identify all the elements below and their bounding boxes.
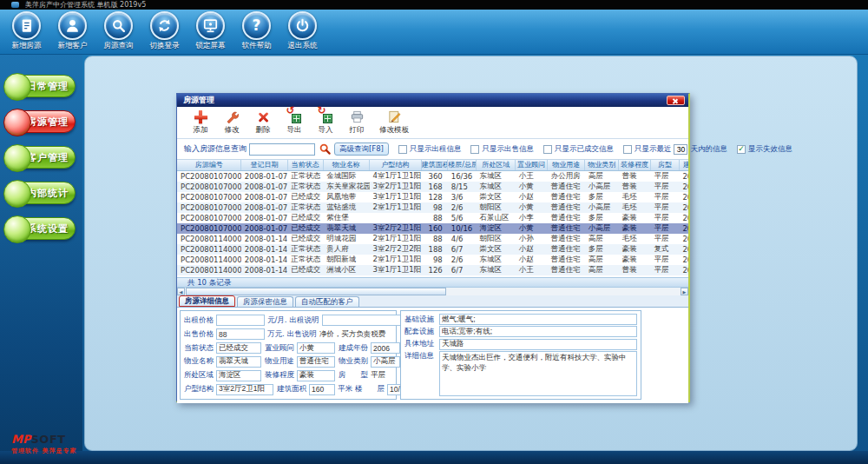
checkbox-show-sale[interactable]: 只显示出售信息	[470, 144, 534, 155]
sidebar-item-stats[interactable]: 内部统计	[5, 182, 76, 204]
table-cell: 6/7	[448, 265, 477, 275]
column-header[interactable]: 登记日期	[241, 160, 287, 170]
column-header[interactable]: 当前状态	[287, 160, 323, 170]
column-header[interactable]: 楼层/总层	[448, 160, 477, 170]
table-cell: 毛坯	[619, 192, 651, 202]
decoration-field[interactable]	[297, 370, 335, 381]
table-row[interactable]: PC2008010700012008-01-07正常状态金城国际4室1厅1卫1阳…	[177, 170, 688, 182]
usage-field[interactable]	[297, 356, 335, 368]
app-title: 美萍房产中介管理系统 单机版 2019v5	[25, 0, 146, 10]
lock-screen-button[interactable]: 锁定屏幕	[187, 10, 233, 54]
column-header[interactable]: 物业用途	[548, 160, 585, 170]
column-header[interactable]: 建成年代	[679, 160, 688, 170]
status-label: 当前状态	[184, 343, 214, 354]
table-cell: 2006	[679, 213, 688, 223]
year-field[interactable]	[371, 342, 400, 354]
search-icon[interactable]	[319, 143, 331, 155]
detail-info-field[interactable]: 天城物业杰出巨作，交通便利，附近有科技大学、实验中学、实验小学	[439, 351, 637, 396]
district-field[interactable]	[216, 370, 261, 381]
recent-days-input[interactable]	[674, 144, 687, 155]
table-cell: 崇文区	[477, 244, 516, 255]
new-customer-button[interactable]: 新增客户	[49, 10, 95, 54]
tab-property-confidential[interactable]: 房源保密信息	[237, 296, 293, 307]
exit-button[interactable]: 退出系统	[279, 10, 326, 54]
column-header[interactable]: 房源编号	[177, 160, 241, 170]
rent-note-field[interactable]	[322, 315, 404, 326]
checkbox-show-invalid[interactable]: 显示失效信息	[737, 144, 792, 155]
sidebar-item-property[interactable]: 房源管理	[5, 110, 76, 133]
edit-template-button[interactable]: 修改模板	[373, 109, 415, 136]
property-name-field[interactable]	[216, 356, 261, 368]
import-button[interactable]: ↻ 导入	[311, 109, 340, 136]
column-header[interactable]: 物业类别	[585, 160, 619, 170]
rent-price-field[interactable]	[216, 315, 265, 326]
print-button[interactable]: 打印	[342, 109, 372, 136]
tab-property-detail[interactable]: 房源详细信息	[179, 295, 235, 307]
column-header[interactable]: 所处区域	[477, 160, 516, 170]
scroll-right-arrow[interactable]: ▶	[681, 288, 688, 295]
table-row[interactable]: PC2008010700032008-01-07已经成交凤凰地带3室1厅1卫1阳…	[177, 192, 688, 202]
checkbox-recent-days[interactable]: 只显示最近 天内的信息	[623, 144, 727, 155]
infrastructure-field[interactable]	[439, 314, 637, 325]
sidebar-item-settings[interactable]: 系统设置	[5, 217, 76, 240]
table-cell: 2006	[679, 223, 688, 234]
column-header[interactable]: 物业名称	[323, 160, 369, 170]
table-row[interactable]: PC2008011400022008-01-14正常状态贵人府3室2厅2卫2阳1…	[177, 244, 688, 255]
table-cell: 126	[421, 265, 448, 275]
table-cell: 2008-01-14	[241, 244, 287, 255]
table-cell: 海淀区	[477, 223, 516, 234]
column-header[interactable]: 户型结构	[370, 160, 421, 170]
table-row[interactable]: PC2008010700042008-01-07正常状态蓝钻盛境2室1厅1卫1阳…	[177, 202, 688, 213]
question-icon: ?	[242, 11, 271, 40]
horizontal-scrollbar[interactable]: ◀ ▶	[177, 288, 688, 295]
area-field[interactable]	[309, 384, 335, 395]
close-button[interactable]	[667, 96, 685, 105]
delete-button[interactable]: 删除	[248, 109, 278, 136]
address-field[interactable]	[439, 339, 637, 350]
facility-field[interactable]	[439, 326, 637, 337]
table-row[interactable]: PC2008011400032008-01-14正常状态朝阳新城2室1厅1卫1阳…	[177, 255, 688, 265]
advanced-query-button[interactable]: 高级查询[F8]	[334, 143, 389, 156]
help-button[interactable]: ? 软件帮助	[233, 10, 279, 54]
area-label: 建筑面积	[277, 384, 306, 394]
table-cell: 办公用房	[548, 170, 585, 182]
delete-label: 删除	[256, 125, 271, 136]
column-header[interactable]: 房型	[651, 160, 680, 170]
new-property-button[interactable]: 新增房源	[3, 10, 49, 54]
sidebar-item-daily[interactable]: 日常管理	[5, 75, 76, 97]
table-row[interactable]: PC2008010700062008-01-07已经成交翡翠天城3室2厅2卫1阳…	[177, 223, 688, 234]
new-customer-label: 新增客户	[58, 41, 88, 51]
column-header[interactable]: 建筑面积	[421, 160, 448, 170]
edit-label: 修改	[225, 125, 240, 136]
status-field[interactable]	[216, 342, 261, 354]
table-row[interactable]: PC2008011400012008-01-14已经成交明城花园2室1厅1卫1阳…	[177, 234, 688, 244]
structure-field[interactable]	[216, 384, 273, 395]
sidebar-item-customer[interactable]: 客户管理	[5, 146, 76, 169]
export-button[interactable]: ↺ 导出	[279, 109, 309, 136]
table-cell: 高层	[585, 255, 619, 265]
switch-login-button[interactable]: 切换登录	[141, 10, 187, 54]
add-button[interactable]: 添加	[186, 109, 215, 136]
property-search-button[interactable]: 房源查询	[95, 10, 141, 54]
column-header[interactable]: 装修程度	[619, 160, 651, 170]
category-field[interactable]	[371, 356, 400, 368]
checkbox-show-deal[interactable]: 只显示已成交信息	[543, 144, 614, 155]
table-cell: 小王	[516, 170, 548, 182]
scroll-left-arrow[interactable]: ◀	[177, 288, 185, 295]
agent-field[interactable]	[297, 342, 335, 354]
table-cell: 2008-01-14	[241, 255, 287, 265]
scrollbar-thumb[interactable]	[186, 288, 446, 295]
housetype-value: 平层	[371, 370, 385, 381]
usage-label: 物业用途	[265, 356, 294, 367]
table-row[interactable]: PC2008010700022008-01-07正常状态东关皇家花园3室2厅1卫…	[177, 182, 688, 192]
checkbox-show-rent[interactable]: 只显示出租信息	[398, 144, 462, 155]
column-header[interactable]: 置业顾问	[516, 160, 548, 170]
export-excel-icon: ↺	[288, 109, 301, 124]
sale-price-field[interactable]	[216, 328, 265, 340]
edit-button[interactable]: 修改	[217, 109, 247, 136]
tab-matched-customers[interactable]: 自动匹配的客户	[295, 296, 359, 307]
table-row[interactable]: PC2008010700052008-01-07已经成交紫住堡885/6石景山区…	[177, 213, 688, 223]
search-input[interactable]	[249, 143, 315, 156]
delete-icon	[257, 109, 269, 124]
table-row[interactable]: PC2008011400042008-01-14已经成交洲城小区3室1厅1卫1阳…	[177, 265, 688, 275]
